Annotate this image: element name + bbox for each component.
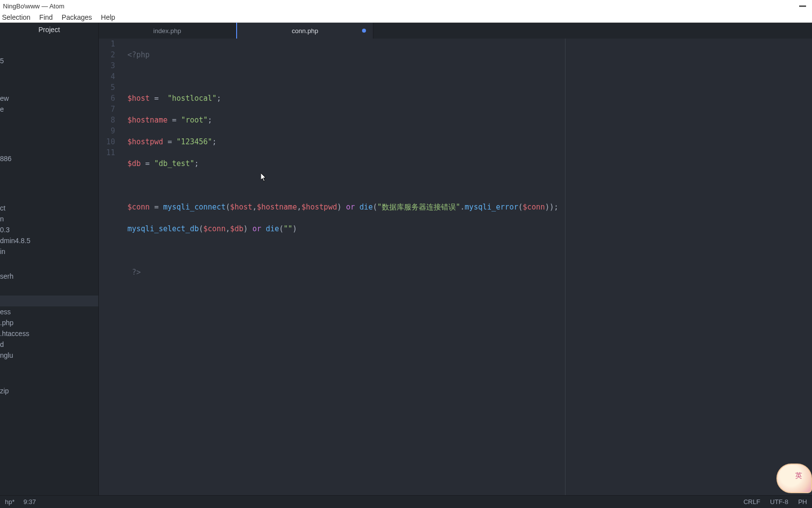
- sidebar-header: Project: [0, 23, 98, 37]
- tree-item[interactable]: 5: [0, 55, 98, 66]
- tree-item-selected[interactable]: [0, 296, 98, 306]
- editor-pane: index.php conn.php 1234567891011 <?php $…: [99, 23, 812, 495]
- code-content[interactable]: <?php $host = "hostlocal"; $hostname = "…: [121, 39, 812, 495]
- wrap-guide: [565, 39, 566, 495]
- tree-item[interactable]: ew: [0, 93, 98, 104]
- tree-item[interactable]: [0, 361, 98, 372]
- tab-index-php[interactable]: index.php: [99, 23, 236, 39]
- menu-help[interactable]: Help: [101, 13, 115, 21]
- tree-item[interactable]: e: [0, 104, 98, 115]
- tree-item[interactable]: d: [0, 339, 98, 350]
- status-file[interactable]: hp*: [5, 498, 15, 506]
- tree-item[interactable]: nglu: [0, 350, 98, 361]
- line-gutter: 1234567891011: [99, 39, 121, 495]
- window-title: NingBo\www — Atom: [3, 2, 799, 10]
- tree-item[interactable]: 0.3: [0, 224, 98, 235]
- tree-item[interactable]: ct: [0, 203, 98, 213]
- modified-indicator-icon: [362, 29, 366, 33]
- tab-bar: index.php conn.php: [99, 23, 812, 39]
- status-eol[interactable]: CRLF: [743, 498, 760, 506]
- ime-float-widget[interactable]: [776, 464, 812, 493]
- project-sidebar[interactable]: Project 5 ew e 886 ct n 0.3 dmin4.8.5 in…: [0, 23, 99, 495]
- tree-item[interactable]: zip: [0, 385, 98, 396]
- status-cursor-position[interactable]: 9:37: [24, 498, 36, 506]
- status-bar: hp* 9:37 CRLF UTF-8 PH: [0, 495, 812, 508]
- file-tree[interactable]: 5 ew e 886 ct n 0.3 dmin4.8.5 in serh es…: [0, 37, 98, 396]
- tab-label: index.php: [153, 27, 181, 35]
- titlebar: NingBo\www — Atom: [0, 0, 812, 12]
- code-editor[interactable]: 1234567891011 <?php $host = "hostlocal";…: [99, 39, 812, 495]
- tab-label: conn.php: [292, 27, 319, 35]
- minimize-icon[interactable]: [799, 5, 806, 7]
- window-controls: [799, 5, 809, 7]
- menu-selection[interactable]: Selection: [2, 13, 31, 21]
- tree-item[interactable]: .php: [0, 317, 98, 328]
- tree-item[interactable]: n: [0, 213, 98, 224]
- tree-item[interactable]: 886: [0, 153, 98, 164]
- workspace: Project 5 ew e 886 ct n 0.3 dmin4.8.5 in…: [0, 23, 812, 495]
- tree-item[interactable]: ess: [0, 306, 98, 317]
- menubar: Selection Find Packages Help: [0, 12, 812, 23]
- menu-find[interactable]: Find: [40, 13, 53, 21]
- status-encoding[interactable]: UTF-8: [770, 498, 788, 506]
- tree-item[interactable]: .htaccess: [0, 328, 98, 339]
- tree-item[interactable]: dmin4.8.5: [0, 235, 98, 246]
- status-language[interactable]: PH: [798, 498, 807, 506]
- menu-packages[interactable]: Packages: [62, 13, 92, 21]
- tree-item[interactable]: in: [0, 246, 98, 257]
- tab-conn-php[interactable]: conn.php: [236, 23, 373, 39]
- tree-item[interactable]: serh: [0, 271, 98, 282]
